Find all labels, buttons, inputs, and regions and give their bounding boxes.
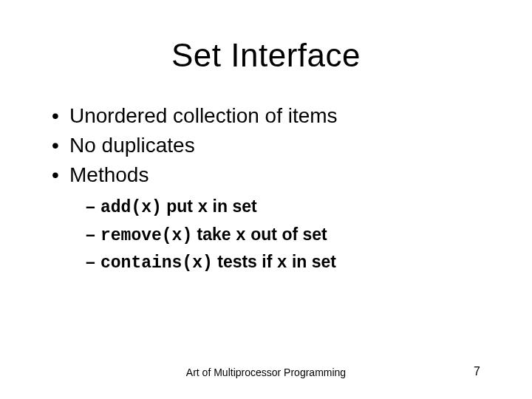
method-var: x bbox=[277, 253, 287, 273]
method-desc: tests if bbox=[213, 252, 277, 271]
bullet-item-label: Methods bbox=[69, 163, 149, 186]
method-code: remove(x) bbox=[100, 226, 192, 245]
method-var: x bbox=[236, 226, 246, 245]
method-desc: put bbox=[162, 197, 198, 216]
bullet-list: Unordered collection of items No duplica… bbox=[50, 102, 488, 276]
method-item: add(x) put x in set bbox=[86, 194, 488, 220]
method-desc: in set bbox=[287, 252, 336, 271]
bullet-item: Methods add(x) put x in set remove(x) ta… bbox=[50, 161, 488, 276]
method-item: remove(x) take x out of set bbox=[86, 222, 488, 248]
method-code: contains(x) bbox=[100, 253, 213, 273]
method-var: x bbox=[197, 198, 208, 217]
method-desc: out of set bbox=[246, 225, 327, 244]
slide: Set Interface Unordered collection of it… bbox=[0, 0, 532, 399]
slide-title: Set Interface bbox=[44, 37, 488, 74]
method-desc: take bbox=[192, 225, 236, 244]
method-desc: in set bbox=[208, 197, 256, 216]
page-number: 7 bbox=[474, 365, 480, 378]
method-list: add(x) put x in set remove(x) take x out… bbox=[86, 194, 488, 276]
bullet-item: Unordered collection of items bbox=[50, 102, 488, 130]
footer-text: Art of Multiprocessor Programming bbox=[0, 366, 532, 378]
method-code: add(x) bbox=[100, 198, 162, 217]
method-item: contains(x) tests if x in set bbox=[86, 250, 488, 276]
bullet-item: No duplicates bbox=[50, 132, 488, 160]
